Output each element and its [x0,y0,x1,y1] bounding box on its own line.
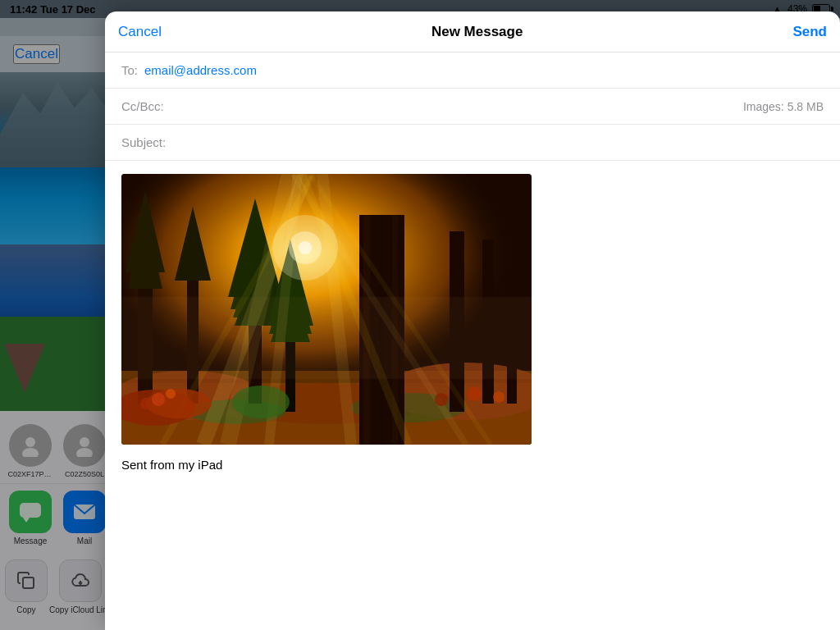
modal-cancel-button[interactable]: Cancel [118,24,162,40]
subject-field[interactable]: Subject: [105,125,840,161]
subject-label: Subject: [121,135,166,149]
modal-body[interactable]: Sent from my iPad [105,161,840,630]
to-value[interactable]: email@address.com [144,63,824,77]
svg-point-52 [232,386,290,418]
to-label: To: [121,63,138,77]
svg-point-58 [435,393,448,406]
forest-image [121,174,532,445]
ccbcc-field[interactable]: Cc/Bcc: Images: 5.8 MB [105,89,840,125]
svg-point-49 [299,241,312,254]
modal-send-button[interactable]: Send [792,24,827,40]
modal-header: Cancel New Message Send [105,11,840,52]
compose-modal: Cancel New Message Send To: email@addres… [105,11,840,630]
svg-point-55 [140,398,152,409]
to-field[interactable]: To: email@address.com [105,52,840,89]
svg-point-57 [493,391,504,403]
ccbcc-label: Cc/Bcc: [121,99,164,113]
svg-point-53 [152,393,165,406]
email-signature: Sent from my iPad [121,458,824,472]
svg-rect-59 [121,297,532,379]
images-size-label: Images: 5.8 MB [743,100,824,113]
modal-title: New Message [431,24,523,40]
svg-point-56 [467,386,482,401]
svg-point-54 [166,389,176,399]
